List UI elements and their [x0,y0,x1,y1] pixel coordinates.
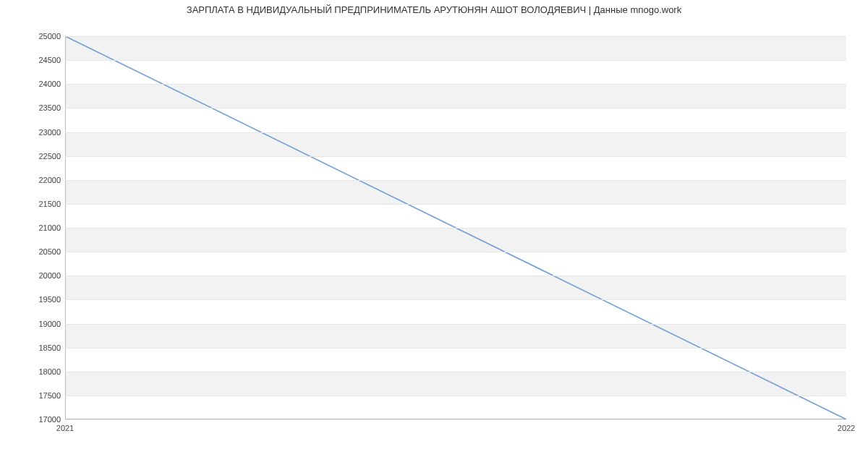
gridline-horizontal [65,36,846,37]
y-tick-label: 21000 [38,223,65,232]
y-tick-label: 25000 [38,32,65,40]
gridline-horizontal [65,348,846,349]
gridline-horizontal [65,180,846,181]
y-tick-label: 19500 [38,295,65,304]
gridline-horizontal [65,156,846,157]
gridline-horizontal [65,372,846,372]
gridline-horizontal [65,275,846,276]
y-tick-label: 17500 [38,391,65,400]
x-tick-label: 2021 [56,419,74,432]
y-tick-label: 22500 [38,152,65,161]
gridline-horizontal [65,228,846,228]
gridline-horizontal [65,84,846,85]
plot-area: 1700017500180001850019000195002000020500… [65,36,846,419]
gridline-horizontal [65,60,846,61]
y-tick-label: 24500 [38,56,65,64]
gridline-horizontal [65,132,846,133]
y-tick-label: 18500 [38,343,65,352]
gridline-horizontal [65,396,846,396]
y-tick-label: 23000 [38,128,65,137]
y-tick-label: 20500 [38,247,65,256]
gridline-horizontal [65,204,846,205]
y-tick-label: 24000 [38,80,65,88]
y-tick-label: 19000 [38,320,65,328]
gridline-horizontal [65,299,846,300]
y-tick-label: 22000 [38,176,65,184]
y-tick-label: 20000 [38,271,65,280]
chart-title: ЗАРПЛАТА В НДИВИДУАЛЬНЫЙ ПРЕДПРИНИМАТЕЛЬ… [0,4,868,15]
gridline-horizontal [65,419,846,420]
gridline-horizontal [65,252,846,252]
gridline-horizontal [65,108,846,108]
y-tick-label: 23500 [38,103,65,112]
y-tick-label: 18000 [38,367,65,376]
y-tick-label: 21500 [38,200,65,208]
gridline-horizontal [65,324,846,325]
x-tick-label: 2022 [838,419,855,432]
chart-container: ЗАРПЛАТА В НДИВИДУАЛЬНЫЙ ПРЕДПРИНИМАТЕЛЬ… [0,0,868,470]
